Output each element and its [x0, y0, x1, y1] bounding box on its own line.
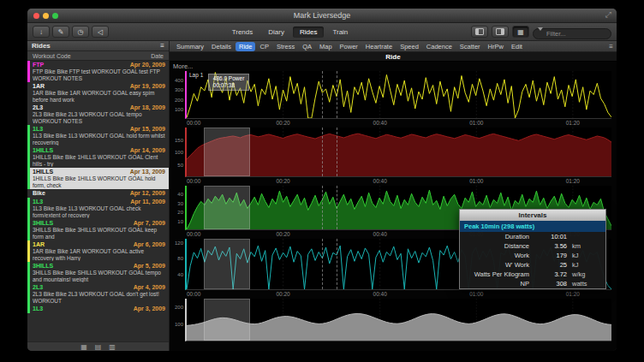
toolbar: ↓✎◷◁ TrendsDiaryRidesTrain ▦: [27, 23, 617, 41]
workout-date: Apr 12, 2009: [130, 190, 165, 197]
tab-speed[interactable]: Speed: [397, 42, 422, 51]
workout-row[interactable]: 1L3Apr 3, 2009: [27, 305, 169, 313]
workout-row[interactable]: 1HILLSApr 14, 20091HILLS Bike Bike 1HILL…: [27, 146, 169, 168]
tab-ride[interactable]: Ride: [236, 42, 255, 51]
tab-qa[interactable]: QA: [299, 42, 315, 51]
sidebar-toggle-button[interactable]: [492, 26, 509, 38]
sidebar-menu-icon[interactable]: ≡: [160, 42, 164, 50]
sidebar-column-headers[interactable]: Workout Code Date: [27, 51, 169, 61]
view-tab-diary[interactable]: Diary: [261, 27, 291, 38]
plot-altitude[interactable]: [185, 299, 611, 341]
tile-view-button[interactable]: [471, 26, 488, 38]
intervals-title: Intervals: [460, 210, 605, 221]
tab-heartrate[interactable]: Heartrate: [362, 42, 396, 51]
toolbar-left-buttons: ↓✎◷◁: [33, 26, 109, 38]
tab-summary[interactable]: Summary: [173, 42, 207, 51]
workout-description: 1L3 Bike Bike 1L3 WORKOUT GOAL hold form…: [33, 133, 165, 145]
tab-map[interactable]: Map: [316, 42, 336, 51]
workout-code: 1HILLS: [33, 169, 53, 175]
manual-activity-button[interactable]: ✎: [52, 26, 69, 38]
intervals-selected-row[interactable]: Peak 10min (298 watts): [460, 221, 605, 232]
workout-description: 2L3 Bike Bike 2L3 WORKOUT GOAL don't get…: [33, 291, 165, 304]
workout-row[interactable]: 1L3Apr 15, 20091L3 Bike Bike 1L3 WORKOUT…: [27, 125, 169, 146]
diary-icon[interactable]: ▤: [95, 343, 102, 351]
workout-date: Apr 15, 2009: [130, 126, 165, 133]
workout-description: 1AR Bike Bike 1AR WORKOUT GOAL easy spim…: [33, 90, 165, 103]
chart-title: Ride: [385, 53, 400, 61]
speaker-icon: ◁: [98, 28, 103, 36]
workout-date: Apr 14, 2009: [130, 147, 165, 154]
close-window-button[interactable]: [33, 13, 39, 19]
workout-description: 1HILLS Bike Bike 1HILLS WORKOUT GOAL Cle…: [33, 154, 165, 167]
tab-cp[interactable]: CP: [256, 42, 271, 51]
view-tab-trends[interactable]: Trends: [225, 27, 260, 38]
selection-band[interactable]: [204, 299, 251, 341]
schedule-button[interactable]: ◷: [72, 26, 89, 38]
workout-row[interactable]: 1ARApr 6, 20091AR Bike Bike 1AR WORKOUT …: [27, 240, 169, 262]
tab-scatter[interactable]: Scatter: [456, 42, 484, 51]
minimize-window-button[interactable]: [43, 13, 49, 19]
workout-row[interactable]: 3HILLSApr 7, 20093HILLS Bike Bike 3HILLS…: [27, 219, 169, 240]
column-date[interactable]: Date: [151, 53, 164, 59]
workout-code: Bike: [33, 190, 45, 197]
view-switcher: TrendsDiaryRidesTrain: [225, 27, 355, 38]
tab-hrpw[interactable]: HrPw: [485, 42, 507, 51]
workout-row[interactable]: 1L3Apr 11, 20091L3 Bike Bike 1L3 WORKOUT…: [27, 198, 169, 219]
plot-power[interactable]: Lap 1486.0 Power00:07:38: [185, 71, 611, 119]
more-link[interactable]: More...: [170, 62, 617, 71]
tab-power[interactable]: Power: [337, 42, 361, 51]
workout-row[interactable]: 2L3Apr 18, 20092L3 Bike Bike 2L3 WORKOUT…: [27, 104, 169, 125]
workout-code: 1L3: [33, 199, 43, 205]
workout-description: 3HILLS Bike Bike SHILLS WORKOUT GOAL tem…: [33, 270, 165, 282]
view-menu-button[interactable]: ▦: [512, 26, 529, 38]
view-tab-train[interactable]: Train: [325, 27, 355, 38]
chart-heartrate: 15010050: [170, 128, 617, 177]
workout-row[interactable]: 1HILLSApr 13, 20091HILLS Bike Bike 1HILL…: [27, 168, 169, 189]
tab-bar-menu-icon[interactable]: ≡: [609, 43, 613, 50]
workout-code: 3HILLS: [33, 220, 53, 227]
tab-details[interactable]: Details: [208, 42, 235, 51]
interval-marker: [322, 71, 323, 118]
toolbar-right-buttons: ▦: [471, 24, 611, 39]
tab-edit[interactable]: Edit: [508, 42, 526, 51]
workout-date: Apr 18, 2009: [130, 104, 165, 111]
traffic-lights: [33, 13, 58, 19]
workout-code: 1L3: [33, 126, 43, 133]
workout-date: Apr 4, 2009: [134, 284, 165, 291]
tab-cadence[interactable]: Cadence: [423, 42, 456, 51]
intervals-panel: Intervals Peak 10min (298 watts) Duratio…: [459, 209, 606, 289]
titlebar[interactable]: Mark Liversedge ⤢: [27, 9, 617, 23]
intervals-stats: Duration10:01Distance3.56kmWork179kJW' W…: [460, 232, 605, 288]
selection-band[interactable]: [204, 239, 251, 289]
filter-input[interactable]: [533, 28, 611, 39]
selection-band[interactable]: [204, 128, 251, 176]
desktop-background: Mark Liversedge ⤢ ↓✎◷◁ TrendsDiaryRidesT…: [0, 0, 644, 362]
workout-row[interactable]: BikeApr 12, 2009: [27, 189, 169, 198]
selection-band[interactable]: [204, 186, 251, 229]
plot-heartrate[interactable]: [185, 128, 611, 177]
workout-row[interactable]: 2L3Apr 4, 20092L3 Bike Bike 2L3 WORKOUT …: [27, 283, 169, 305]
chart-power: 400300200100Lap 1486.0 Power00:07:38: [170, 71, 617, 119]
view-tab-rides[interactable]: Rides: [293, 27, 324, 38]
chart-icon[interactable]: ▥: [109, 343, 116, 351]
workout-date: Apr 11, 2009: [130, 199, 165, 205]
tab-stress[interactable]: Stress: [273, 42, 298, 51]
main-area: SummaryDetailsRideCPStressQAMapPowerHear…: [170, 41, 617, 351]
workout-code: FTP: [33, 62, 44, 68]
workout-date: Apr 5, 2009: [134, 263, 165, 270]
workout-row[interactable]: 3HILLSApr 5, 20093HILLS Bike Bike SHILLS…: [27, 262, 169, 283]
fullscreen-icon[interactable]: ⤢: [605, 10, 611, 20]
column-workout-code[interactable]: Workout Code: [33, 53, 71, 59]
sidebar-header: Rides ≡: [27, 41, 169, 51]
workout-description: 1HILLS Bike Bike 1HILLS WORKOUT GOAL hol…: [33, 175, 165, 188]
zoom-window-button[interactable]: [52, 13, 58, 19]
import-activity-button[interactable]: ↓: [33, 26, 50, 38]
grid-icon[interactable]: ▦: [80, 343, 87, 351]
audio-button[interactable]: ◁: [92, 26, 109, 38]
interval-stat-row: W' Work25kJ: [460, 260, 605, 270]
interval-stat-row: Watts Per Kilogram3.72w/kg: [460, 270, 605, 279]
workout-row[interactable]: FTPApr 20, 2009FTP Bike Bike FTP test WO…: [27, 61, 169, 82]
workout-code: 2L3: [33, 284, 43, 291]
workout-description: 1L3 Bike Bike 1L3 WORKOUT GOAL check for…: [33, 205, 165, 218]
workout-row[interactable]: 1ARApr 19, 20091AR Bike Bike 1AR WORKOUT…: [27, 82, 169, 104]
